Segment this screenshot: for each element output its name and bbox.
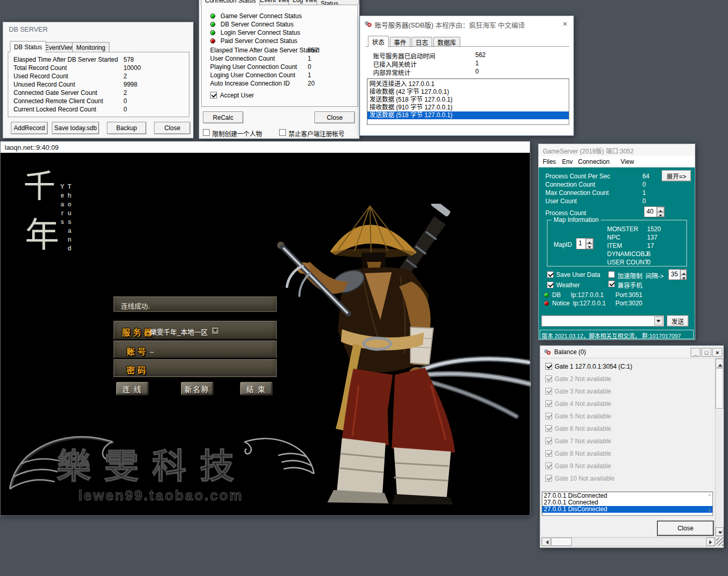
save-user-data-label: Save User Data [556, 271, 600, 278]
message-text: 连线成功. [121, 301, 150, 311]
game-title-bar[interactable]: laoqn.net::9:40:09 [1, 142, 530, 153]
scroll-left-icon[interactable] [542, 538, 551, 546]
stat-row: User Connection Count1 [210, 55, 355, 62]
scrollbar-thumb[interactable] [716, 368, 723, 409]
addrecord-button[interactable]: AddRecord [11, 122, 48, 134]
minimize-icon[interactable]: _ [691, 348, 700, 357]
stat-row: Connection Count0 [545, 181, 688, 188]
db-server-title: DB SERVER [9, 25, 48, 33]
weather-checkbox[interactable] [547, 282, 554, 288]
accept-user-label: Accept User [220, 92, 254, 99]
stat-row: 已接入网关统计1 [373, 60, 565, 68]
desktop: DB SERVER DB Status EventView Monitoring… [0, 0, 728, 576]
gate-close-button[interactable]: Close [314, 111, 355, 123]
scroll-up-icon[interactable] [716, 359, 723, 368]
log-item[interactable]: 发送数据 (518 字节 127.0.0.1) [367, 96, 569, 104]
balance-title-bar[interactable]: Balance (0) _ □ × [540, 346, 723, 358]
gate-checkbox[interactable] [545, 363, 552, 370]
log-item-selected[interactable]: 27.0.0.1 DisConnected [542, 506, 712, 513]
tab-db-status[interactable]: DB Status [10, 41, 46, 52]
spin-up-icon[interactable] [680, 270, 686, 275]
balance-close-button[interactable]: Close [657, 521, 714, 536]
gate-label: Gate 5 Not available [555, 413, 611, 420]
tab-database[interactable]: 数据库 [433, 37, 460, 47]
limit-one-character-checkbox[interactable] [203, 129, 210, 136]
log-item[interactable]: 网关连接进入 127.0.0.1 [367, 80, 569, 88]
backup-button[interactable]: Backup [107, 122, 146, 134]
interval-stepper[interactable]: 35 [668, 269, 687, 280]
mapid-stepper[interactable]: 1 [576, 238, 594, 249]
log-item-selected[interactable]: 发送数据 (518 字节 127.0.0.1) [367, 111, 569, 119]
spin-down-icon[interactable] [680, 275, 686, 280]
game-server-title-bar[interactable]: GameServer (2019版) 端口:3052 [539, 144, 695, 156]
spin-up-icon[interactable] [657, 207, 664, 212]
tab-events[interactable]: 事件 [390, 37, 410, 47]
expand-button[interactable]: 展开=> [662, 170, 691, 181]
close-icon[interactable]: × [712, 348, 722, 357]
chevron-down-icon[interactable]: v [708, 508, 711, 513]
accept-user-checkbox[interactable] [210, 92, 217, 99]
account-field[interactable]: 账号 _ [113, 340, 277, 359]
connect-button[interactable]: 连 线 [116, 382, 149, 396]
map-information-group: Map Information MapID 1 MONSTER1520 NPC1… [547, 220, 687, 266]
db-server-led [210, 22, 215, 27]
app-icon [544, 348, 551, 356]
notice-endpoint-ip: Ip:127.0.0.1 [573, 300, 606, 307]
log-item[interactable]: 接收数据 (910 字节 127.0.0.1) [367, 104, 569, 111]
logo-char-qian: 千 [23, 160, 56, 207]
server-value: 樂雯千年_本地一区 [150, 327, 208, 336]
menu-env[interactable]: Env [562, 158, 573, 165]
db-close-button[interactable]: Close [154, 122, 190, 134]
new-name-button[interactable]: 新名称 [181, 382, 214, 396]
gate-label: Gate 6 Not available [555, 425, 611, 432]
maximize-icon[interactable]: □ [702, 348, 711, 357]
tab-connection-status[interactable]: Connection Status [201, 0, 260, 6]
forbid-register-checkbox[interactable] [279, 129, 286, 136]
account-window-subtitle: 本程序由：疯狂海军 中文编译 [435, 20, 525, 30]
save-user-data-checkbox[interactable] [547, 271, 554, 278]
log-item[interactable]: 接收数据 (42 字节 127.0.0.1) [367, 88, 569, 96]
spin-down-icon[interactable] [586, 244, 593, 249]
menu-files[interactable]: Files [543, 158, 556, 165]
game-client-window: laoqn.net::9:40:09 千 年 Thousand Years [0, 141, 530, 516]
tab-buffer-status[interactable]: Buffer Status [317, 0, 359, 5]
end-button[interactable]: 结 束 [240, 382, 273, 396]
close-icon[interactable]: × [560, 18, 570, 29]
horizontal-scrollbar[interactable] [541, 537, 716, 546]
gate-label: Gate 9 Not available [555, 462, 611, 470]
paid-server-led [210, 38, 215, 44]
send-button[interactable]: 发送 [667, 315, 689, 327]
speed-limit-checkbox[interactable] [608, 271, 615, 278]
tab-status[interactable]: 状态 [368, 36, 389, 47]
db-endpoint-name: DB [552, 291, 561, 299]
scrollbar-thumb[interactable] [551, 538, 572, 546]
vertical-scrollbar[interactable] [715, 358, 724, 537]
chevron-up-icon[interactable]: ^ [708, 494, 711, 499]
menu-view[interactable]: View [621, 158, 634, 165]
gate-checkbox [545, 425, 552, 432]
server-field[interactable]: 服务器 樂雯千年_本地一区 [113, 320, 277, 340]
db-endpoint-led [544, 292, 549, 298]
process-count-stepper[interactable]: 40 [644, 206, 665, 217]
save-today-button[interactable]: Save today.sdb [52, 122, 99, 134]
gate-label: Gate 8 Not available [555, 450, 611, 457]
scroll-right-icon[interactable] [706, 538, 715, 546]
server-dropdown-icon[interactable] [211, 327, 219, 334]
command-combobox[interactable] [541, 315, 664, 327]
wing-right-icon [243, 434, 316, 480]
mobile-compat-checkbox[interactable] [608, 280, 615, 287]
spin-down-icon[interactable] [657, 212, 664, 217]
combo-dropdown-icon[interactable] [654, 316, 663, 326]
scroll-down-icon[interactable] [716, 527, 723, 536]
tab-monitoring[interactable]: Monitoring [72, 42, 109, 52]
gate-label: Gate 1 127.0.0.1:3054 (C:1) [555, 363, 632, 370]
menu-connection[interactable]: Connection [578, 158, 610, 165]
password-field[interactable]: 密码 [113, 359, 277, 377]
spin-up-icon[interactable] [586, 238, 593, 244]
account-log-list[interactable]: 网关连接进入 127.0.0.1 接收数据 (42 字节 127.0.0.1) … [367, 78, 569, 125]
recalc-button[interactable]: ReCalc [203, 111, 243, 123]
balance-log-list[interactable]: 27.0.0.1 DisConnected 27.0.0.1 Connected… [542, 491, 713, 516]
tab-log[interactable]: 日志 [411, 37, 432, 47]
resize-grip[interactable] [716, 538, 724, 546]
stat-row: Connected Remote Client Count0 [13, 97, 185, 105]
